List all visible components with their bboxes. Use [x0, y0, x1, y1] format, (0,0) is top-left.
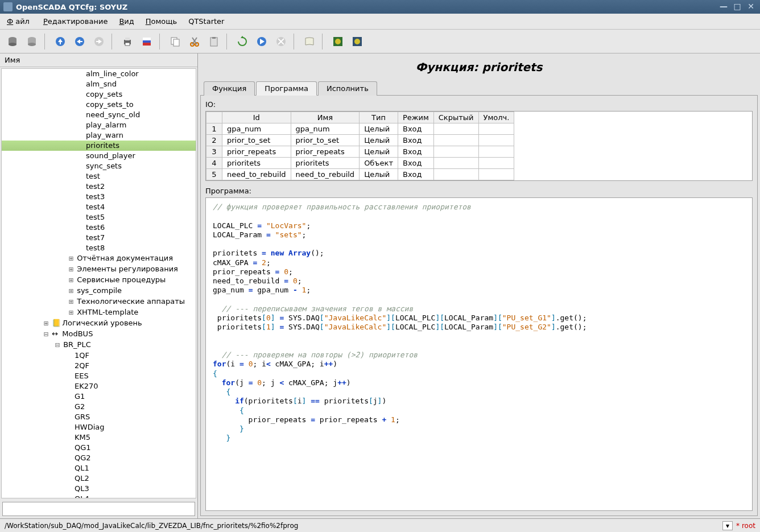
tree-item[interactable]: KM5 [2, 432, 196, 443]
tree-item[interactable]: ⊞ Отчётная документация [2, 253, 196, 264]
tree-item[interactable]: 2QF [2, 361, 196, 371]
play-icon[interactable] [254, 34, 270, 50]
code-editor[interactable]: // функция проверяет правильность расста… [205, 197, 753, 511]
print-icon[interactable] [119, 34, 135, 50]
tree-item[interactable]: sync_sets [2, 161, 196, 171]
svg-point-28 [335, 39, 341, 44]
tree-item[interactable]: HWDiag [2, 422, 196, 432]
tab[interactable]: Функция [204, 81, 255, 96]
tree-item[interactable]: copy_sets_to [2, 100, 196, 110]
table-row[interactable]: 5need_to_rebuildneed_to_rebuildЦелыйВход [206, 169, 514, 180]
tree-item[interactable]: ⊞ XHTML-template [2, 307, 196, 318]
db-icon[interactable] [5, 34, 20, 50]
tab-body: IO: IdИмяТипРежимСкрытыйУмолч.1gpa_numgp… [200, 96, 758, 516]
main-panel: Функция: prioritets ФункцияПрограммаИспо… [198, 53, 760, 518]
tree-item[interactable]: alm_snd [2, 79, 196, 89]
status-user: root [742, 522, 755, 530]
tree-view[interactable]: alm_line_coloralm_sndcopy_setscopy_sets_… [1, 68, 196, 498]
status-combo[interactable]: ▾ [722, 521, 733, 530]
refresh-icon[interactable] [234, 34, 250, 50]
tree-item[interactable]: EES [2, 371, 196, 381]
paste-icon[interactable] [206, 34, 222, 50]
tree-item[interactable]: QL2 [2, 473, 196, 484]
cut-icon[interactable] [187, 34, 203, 50]
tree-item[interactable]: QG1 [2, 443, 196, 453]
menu-help[interactable]: Помощь [143, 16, 179, 27]
sidebar-filter-input[interactable] [2, 502, 195, 516]
db2-icon[interactable] [24, 34, 40, 50]
tree-item[interactable]: QL1 [2, 463, 196, 473]
table-row[interactable]: 4prioritetsprioritetsОбъектВход [206, 158, 514, 169]
tree-item[interactable]: alm_line_color [2, 69, 196, 79]
status-path: /WorkStation/sub_DAQ/mod_JavaLikeCalc/li… [5, 522, 298, 530]
svg-point-30 [354, 39, 360, 44]
io-table[interactable]: IdИмяТипРежимСкрытыйУмолч.1gpa_numgpa_nu… [206, 112, 514, 180]
book-icon[interactable] [301, 34, 317, 50]
tree-item[interactable]: prioritets [2, 141, 196, 151]
tree-item[interactable]: test2 [2, 182, 196, 192]
menu-file[interactable]: Файл [5, 16, 34, 27]
tree-item[interactable]: ⊞ Технологические аппараты [2, 296, 196, 307]
table-header: Тип [360, 112, 398, 123]
tree-item[interactable]: play_alarm [2, 120, 196, 130]
svg-rect-14 [143, 43, 151, 46]
minimize-button[interactable]: — [718, 2, 729, 11]
tree-item[interactable]: ⊞ sys_compile [2, 286, 196, 296]
table-header [206, 112, 222, 123]
sidebar: Имя alm_line_coloralm_sndcopy_setscopy_s… [0, 53, 198, 518]
tree-item[interactable]: ⊟ BR_PLC [2, 340, 196, 350]
svg-rect-10 [125, 38, 130, 40]
tree-item[interactable]: ⊟ ↔ ModBUS [2, 329, 196, 340]
toolbar [0, 30, 760, 53]
window-title: OpenSCADA QTCfg: SOYUZ [16, 3, 127, 11]
table-row[interactable]: 2prior_to_setprior_to_setЦелыйВход [206, 135, 514, 146]
svg-rect-11 [125, 43, 130, 46]
io-table-wrap: IdИмяТипРежимСкрытыйУмолч.1gpa_numgpa_nu… [205, 111, 753, 181]
table-row[interactable]: 3prior_repeatsprior_repeatsЦелыйВход [206, 146, 514, 158]
statusbar: /WorkStation/sub_DAQ/mod_JavaLikeCalc/li… [0, 518, 760, 532]
tool2-icon[interactable] [349, 34, 365, 50]
tree-item[interactable]: test3 [2, 192, 196, 202]
tree-item[interactable]: ⊞ Элементы регулирования [2, 264, 196, 275]
tab[interactable]: Программа [256, 81, 317, 96]
back-icon[interactable] [72, 34, 88, 50]
close-button[interactable]: ✕ [745, 2, 757, 11]
tree-item[interactable]: G2 [2, 402, 196, 412]
tree-item[interactable]: ⊞ 📒 Логический уровень [2, 318, 196, 329]
tree-item[interactable]: copy_sets [2, 89, 196, 100]
tree-item[interactable]: need_sync_old [2, 110, 196, 120]
svg-rect-22 [212, 37, 216, 39]
tree-item[interactable]: sound_player [2, 151, 196, 161]
stop-icon[interactable] [273, 34, 289, 50]
tree-item[interactable]: test6 [2, 222, 196, 233]
tabs: ФункцияПрограммаИсполнить [200, 81, 758, 96]
program-label: Программа: [205, 187, 753, 195]
table-row[interactable]: 1gpa_numgpa_numЦелыйВход [206, 123, 514, 135]
tree-item[interactable]: play_warn [2, 130, 196, 141]
table-header: Имя [291, 112, 360, 123]
flag-icon[interactable] [139, 34, 155, 50]
tree-item[interactable]: QL3 [2, 484, 196, 494]
copy-icon[interactable] [167, 34, 183, 50]
menu-view[interactable]: Вид [117, 16, 136, 27]
tree-item[interactable]: test7 [2, 233, 196, 243]
page-title: Функция: prioritets [200, 56, 758, 81]
tree-item[interactable]: QG2 [2, 453, 196, 463]
tree-item[interactable]: ⊞ Сервисные процедуры [2, 275, 196, 286]
tree-item[interactable]: test5 [2, 212, 196, 222]
tree-item[interactable]: test4 [2, 202, 196, 212]
tree-item[interactable]: EK270 [2, 381, 196, 391]
tree-item[interactable]: test8 [2, 243, 196, 253]
tree-item[interactable]: 1QF [2, 350, 196, 361]
maximize-button[interactable]: □ [732, 2, 743, 11]
forward-icon[interactable] [91, 34, 107, 50]
tree-item[interactable]: G1 [2, 391, 196, 402]
up-icon[interactable] [52, 34, 68, 50]
tool1-icon[interactable] [330, 34, 346, 50]
tree-item[interactable]: QL4 [2, 494, 196, 498]
tree-item[interactable]: test [2, 171, 196, 182]
tab[interactable]: Исполнить [318, 81, 377, 96]
menu-edit[interactable]: Редактирование [41, 16, 110, 27]
menu-qtstarter[interactable]: QTStarter [186, 16, 226, 27]
tree-item[interactable]: GRS [2, 412, 196, 422]
